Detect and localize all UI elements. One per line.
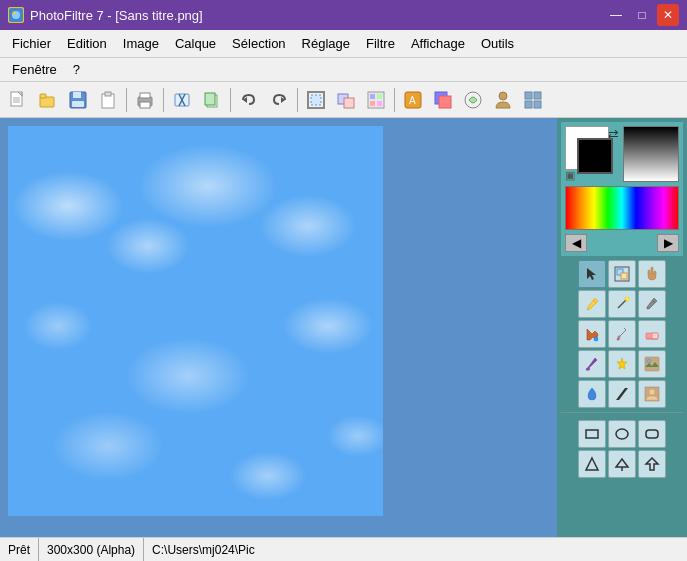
toolbar-sep5 [394,88,395,112]
toolbar-sep3 [230,88,231,112]
clipboard-button[interactable] [94,86,122,114]
color-swatch-container: ⇄ ▣ [565,126,619,182]
drop-btn[interactable] [578,380,606,408]
redo-button[interactable] [265,86,293,114]
toolbar-sep1 [126,88,127,112]
color-nav-next[interactable]: ▶ [657,234,679,252]
color-pick-button[interactable]: A [399,86,427,114]
minimize-button[interactable]: — [605,4,627,26]
toolbar: A [0,82,687,118]
menu-outils[interactable]: Outils [473,34,522,53]
new-button[interactable] [4,86,32,114]
dropper-btn[interactable] [608,320,636,348]
canvas-area[interactable] [0,118,557,537]
print-button[interactable] [131,86,159,114]
menu-help[interactable]: ? [65,60,88,79]
settings-button[interactable] [519,86,547,114]
svg-rect-42 [534,101,541,108]
person-button[interactable] [489,86,517,114]
svg-text:A: A [409,95,416,106]
stamp-btn[interactable] [638,350,666,378]
toolbar-sep2 [163,88,164,112]
svg-rect-62 [586,430,598,438]
menu-fenetre[interactable]: Fenêtre [4,60,65,79]
gradient-strip[interactable] [623,126,679,182]
menu-image[interactable]: Image [115,34,167,53]
menu-selection[interactable]: Sélection [224,34,293,53]
svg-line-47 [618,300,626,308]
ellipse-shape-btn[interactable] [608,420,636,448]
svg-rect-45 [621,273,627,279]
menu-fichier[interactable]: Fichier [4,34,59,53]
triangle-up-btn[interactable] [578,450,606,478]
color-area: ⇄ ▣ ◀ ▶ [561,122,683,256]
close-button[interactable]: ✕ [657,4,679,26]
tools-row-4 [561,350,683,378]
svg-rect-30 [377,94,382,99]
status-path: C:\Users\mj024\Pic [144,538,687,561]
copy-button[interactable] [198,86,226,114]
svg-rect-13 [105,92,111,96]
shape-row-1 [561,420,683,448]
arrow-shape-btn[interactable] [638,450,666,478]
app-icon [8,7,24,23]
menu-calque[interactable]: Calque [167,34,224,53]
color-nav: ◀ ▶ [565,234,679,252]
brush-btn[interactable] [578,350,606,378]
svg-marker-66 [616,459,628,467]
title-bar-controls: — □ ✕ [605,4,679,26]
svg-point-52 [594,337,598,341]
pencil-btn[interactable] [578,290,606,318]
title-bar-left: PhotoFiltre 7 - [Sans titre.png] [8,7,203,23]
frame-button[interactable] [302,86,330,114]
transparent-color-icon[interactable]: ▣ [565,169,575,182]
pen-btn[interactable] [638,290,666,318]
effect-btn[interactable] [608,350,636,378]
eraser-btn[interactable] [638,320,666,348]
menu-edition[interactable]: Edition [59,34,115,53]
svg-rect-36 [439,96,451,108]
title-bar: PhotoFiltre 7 - [Sans titre.png] — □ ✕ [0,0,687,30]
transform-button[interactable] [332,86,360,114]
menu-affichage[interactable]: Affichage [403,34,473,53]
rect-shape-btn[interactable] [578,420,606,448]
tools-row-1 [561,260,683,288]
rounded-rect-btn[interactable] [638,420,666,448]
select-tool-btn[interactable] [578,260,606,288]
triangle-down-btn[interactable] [608,450,636,478]
effect-button[interactable] [459,86,487,114]
svg-point-2 [13,12,16,15]
tools-row-2 [561,290,683,318]
svg-point-61 [649,389,655,395]
cut-button[interactable] [168,86,196,114]
svg-rect-10 [73,92,81,98]
menu-filtre[interactable]: Filtre [358,34,403,53]
open-button[interactable] [34,86,62,114]
layer-view-btn[interactable] [608,260,636,288]
svg-rect-31 [370,101,375,106]
portrait-btn[interactable] [638,380,666,408]
menu-bar: Fichier Edition Image Calque Sélection R… [0,30,687,58]
hand-tool-btn[interactable] [638,260,666,288]
foreground-color-swatch[interactable] [577,138,613,174]
color-rainbow-strip[interactable] [565,186,679,230]
canvas[interactable] [8,126,383,516]
save-button[interactable] [64,86,92,114]
dimensions-text: 300x300 (Alpha) [47,543,135,557]
zoom-button[interactable] [362,86,390,114]
layer-button[interactable] [429,86,457,114]
calligraphy-btn[interactable] [608,380,636,408]
tools-panel [561,260,683,533]
svg-point-38 [499,92,507,100]
fill-btn[interactable] [578,320,606,348]
tools-row-3 [561,320,683,348]
svg-rect-21 [205,93,215,105]
svg-point-57 [586,368,590,371]
undo-button[interactable] [235,86,263,114]
svg-rect-55 [652,333,658,339]
menu-reglage[interactable]: Réglage [294,34,358,53]
color-nav-prev[interactable]: ◀ [565,234,587,252]
magic-wand-btn[interactable] [608,290,636,318]
maximize-button[interactable]: □ [631,4,653,26]
status-dimensions: 300x300 (Alpha) [39,538,144,561]
